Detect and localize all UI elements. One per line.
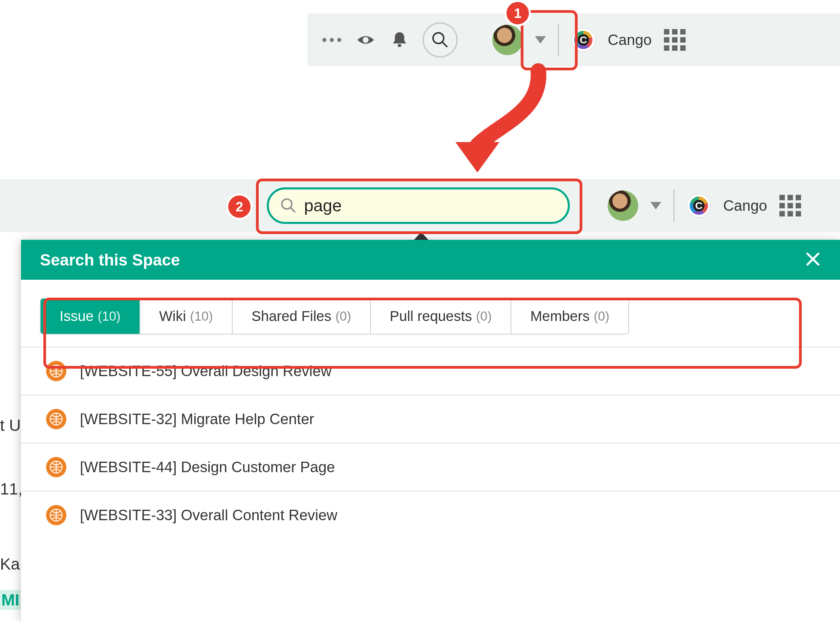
- tab-label: Shared Files: [252, 308, 331, 324]
- tab-count: (10): [97, 309, 120, 324]
- result-title: [WEBSITE-55] Overall Design Review: [80, 363, 331, 380]
- workspace-name[interactable]: Cango: [608, 32, 652, 48]
- bg-text: Ka: [0, 555, 20, 573]
- svg-marker-12: [456, 142, 500, 173]
- watch-icon[interactable]: [355, 29, 377, 51]
- result-item[interactable]: [WEBSITE-44] Design Customer Page: [21, 444, 840, 491]
- result-title: [WEBSITE-44] Design Customer Page: [80, 459, 335, 476]
- result-item[interactable]: [WEBSITE-32] Migrate Help Center: [21, 395, 840, 444]
- result-title: [WEBSITE-32] Migrate Help Center: [80, 410, 314, 427]
- tab-label: Members: [530, 308, 589, 324]
- tab-count: (10): [190, 309, 213, 324]
- workspace-name[interactable]: Cango: [723, 197, 767, 214]
- globe-icon: [46, 361, 66, 381]
- annotation-badge-2: 2: [226, 194, 252, 220]
- result-item[interactable]: [WEBSITE-55] Overall Design Review: [21, 347, 840, 395]
- search-panel: Search this Space Issue (10) Wiki (10) S…: [21, 240, 840, 621]
- bg-text: MI: [0, 590, 21, 610]
- bg-text: 11,: [0, 480, 23, 498]
- results-list: [WEBSITE-55] Overall Design Review [WEBS…: [21, 347, 840, 539]
- top-toolbar: Cango: [307, 14, 840, 66]
- tab-issue[interactable]: Issue (10): [41, 299, 140, 334]
- svg-point-0: [363, 37, 369, 43]
- globe-icon: [46, 457, 66, 477]
- panel-header: Search this Space: [21, 240, 840, 280]
- tab-count: (0): [336, 309, 351, 324]
- workspace-logo[interactable]: [571, 28, 595, 52]
- more-icon[interactable]: [321, 29, 343, 51]
- svg-point-2: [433, 33, 444, 44]
- arrow-annotation: [440, 68, 555, 173]
- annotation-badge-1: 1: [504, 0, 531, 26]
- tab-pull-requests[interactable]: Pull requests (0): [371, 299, 511, 334]
- result-title: [WEBSITE-33] Overall Content Review: [80, 507, 337, 524]
- close-icon[interactable]: [805, 251, 821, 268]
- search-icon[interactable]: [422, 22, 458, 58]
- search-icon: [279, 197, 297, 214]
- avatar[interactable]: [608, 191, 638, 221]
- workspace-logo[interactable]: [687, 194, 711, 218]
- divider: [673, 189, 674, 222]
- globe-icon: [46, 505, 66, 525]
- pointer-triangle: [414, 232, 428, 240]
- tab-members[interactable]: Members (0): [511, 299, 628, 334]
- tab-label: Issue: [59, 308, 93, 324]
- bg-text: t U: [0, 416, 21, 435]
- svg-line-3: [442, 42, 447, 47]
- tab-label: Wiki: [159, 308, 186, 324]
- apps-icon[interactable]: [664, 29, 686, 51]
- tabs: Issue (10) Wiki (10) Shared Files (0) Pu…: [40, 298, 629, 335]
- tab-wiki[interactable]: Wiki (10): [140, 299, 232, 334]
- search-toolbar: Cango: [0, 179, 840, 232]
- chevron-down-icon[interactable]: [650, 202, 661, 209]
- tab-label: Pull requests: [390, 308, 472, 324]
- apps-icon[interactable]: [779, 195, 801, 217]
- tabs-container: Issue (10) Wiki (10) Shared Files (0) Pu…: [21, 280, 840, 347]
- search-input[interactable]: [304, 196, 557, 215]
- avatar[interactable]: [492, 25, 523, 55]
- globe-icon: [46, 409, 66, 429]
- svg-line-5: [291, 208, 295, 212]
- notification-icon[interactable]: [389, 29, 410, 51]
- divider: [558, 24, 559, 56]
- chevron-down-icon[interactable]: [535, 36, 546, 44]
- tab-count: (0): [476, 309, 492, 324]
- svg-point-4: [282, 199, 292, 209]
- tab-shared-files[interactable]: Shared Files (0): [232, 299, 371, 334]
- tab-count: (0): [594, 309, 609, 324]
- svg-rect-1: [398, 44, 401, 47]
- panel-title: Search this Space: [40, 251, 180, 269]
- search-input-container[interactable]: [267, 187, 570, 224]
- result-item[interactable]: [WEBSITE-33] Overall Content Review: [21, 491, 840, 539]
